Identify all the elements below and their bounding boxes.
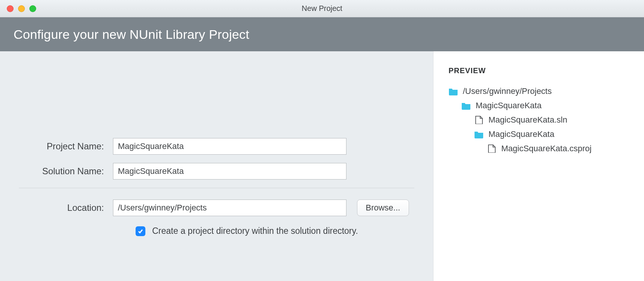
location-label: Location:: [19, 203, 113, 213]
minimize-window-button[interactable]: [18, 5, 25, 12]
window-title: New Project: [302, 4, 342, 13]
tree-label: MagicSquareKata.sln: [488, 115, 567, 125]
tree-label: MagicSquareKata.csproj: [501, 144, 592, 154]
zoom-window-button[interactable]: [29, 5, 36, 12]
location-row: Location: Browse...: [19, 200, 414, 216]
tree-row: /Users/gwinney/Projects: [449, 84, 637, 98]
create-directory-row: Create a project directory within the so…: [19, 226, 414, 236]
preview-tree: /Users/gwinney/ProjectsMagicSquareKataMa…: [449, 84, 637, 156]
folder-icon: [474, 130, 484, 138]
tree-label: MagicSquareKata: [488, 129, 554, 139]
tree-row: MagicSquareKata: [449, 127, 637, 141]
preview-panel: PREVIEW /Users/gwinney/ProjectsMagicSqua…: [433, 51, 644, 281]
checkmark-icon: [137, 228, 143, 234]
wizard-header: Configure your new NUnit Library Project: [0, 17, 644, 51]
main-split: Project Name: Solution Name: Location: B…: [0, 51, 644, 281]
tree-row: MagicSquareKata.csproj: [449, 141, 637, 156]
browse-button[interactable]: Browse...: [357, 200, 409, 216]
create-directory-label: Create a project directory within the so…: [152, 226, 358, 236]
project-name-label: Project Name:: [19, 141, 113, 152]
wizard-title: Configure your new NUnit Library Project: [14, 27, 249, 42]
preview-heading: PREVIEW: [449, 66, 637, 75]
solution-name-row: Solution Name:: [19, 163, 414, 180]
titlebar: New Project: [0, 0, 644, 17]
location-input[interactable]: [113, 200, 346, 216]
tree-row: MagicSquareKata: [449, 98, 637, 113]
folder-icon: [449, 87, 458, 95]
solution-name-input[interactable]: [113, 163, 346, 180]
folder-icon: [461, 101, 471, 110]
file-icon: [474, 116, 484, 124]
create-directory-checkbox[interactable]: [136, 226, 145, 236]
window-controls: [7, 5, 36, 12]
close-window-button[interactable]: [7, 5, 14, 12]
form-divider: [19, 188, 414, 188]
tree-label: MagicSquareKata: [476, 101, 542, 111]
project-name-input[interactable]: [113, 138, 346, 155]
file-icon: [487, 144, 497, 153]
tree-row: MagicSquareKata.sln: [449, 113, 637, 127]
form-panel: Project Name: Solution Name: Location: B…: [0, 51, 433, 281]
solution-name-label: Solution Name:: [19, 166, 113, 177]
project-name-row: Project Name:: [19, 138, 414, 155]
tree-label: /Users/gwinney/Projects: [463, 86, 552, 96]
